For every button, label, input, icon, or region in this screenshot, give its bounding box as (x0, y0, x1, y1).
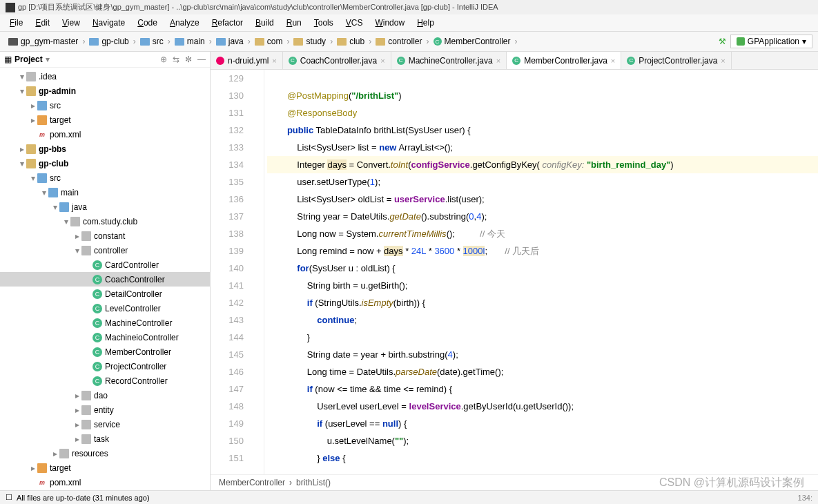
crumb-method[interactable]: brithList() (296, 478, 331, 487)
breadcrumb-item[interactable]: gp-club (86, 35, 131, 48)
menu-help[interactable]: Help (411, 16, 440, 30)
close-icon[interactable]: × (496, 57, 500, 65)
tree-node-src[interactable]: ▾src (0, 171, 210, 185)
breadcrumb-item[interactable]: study (291, 35, 329, 48)
collapse-icon[interactable]: ⇆ (173, 55, 179, 64)
close-icon[interactable]: × (721, 57, 725, 65)
chevron-right-icon: › (248, 37, 251, 46)
line-gutter: 1291301311321331341351361371381391401411… (211, 70, 252, 474)
tree-node-LevelController[interactable]: CLevelController (0, 301, 210, 316)
tree-node-target[interactable]: ▸target (0, 461, 210, 475)
menu-window[interactable]: Window (369, 16, 410, 30)
build-icon[interactable]: ⚒ (719, 37, 726, 46)
breadcrumb-item[interactable]: gp_gym-master (6, 35, 81, 48)
tree-node-MachineioController[interactable]: CMachineioController (0, 330, 210, 345)
tree-node-java[interactable]: ▾java (0, 200, 210, 214)
menu-code[interactable]: Code (132, 16, 163, 30)
tree-node-gp-bbs[interactable]: ▸gp-bbs (0, 142, 210, 156)
vcs-status-icon[interactable]: ☐ (6, 493, 12, 502)
tree-node-MemberController[interactable]: CMemberController (0, 345, 210, 359)
chevron-right-icon: › (515, 37, 518, 46)
tree-node-controller[interactable]: ▾controller (0, 243, 210, 258)
chevron-right-icon: › (82, 37, 85, 46)
breadcrumb-item[interactable]: controller (373, 35, 425, 48)
tree-node-RecordController[interactable]: CRecordController (0, 374, 210, 388)
status-bar: ☐ All files are up-to-date (31 minutes a… (0, 490, 818, 504)
chevron-down-icon: ▾ (802, 37, 806, 46)
tree-node-task[interactable]: ▸task (0, 432, 210, 446)
tab-MemberController[interactable]: CMemberController.java× (507, 52, 621, 69)
chevron-right-icon: › (427, 37, 429, 46)
tree-node-DetailController[interactable]: CDetailController (0, 287, 210, 301)
tree-node-main[interactable]: ▾main (0, 185, 210, 200)
crumb-class[interactable]: MemberController (219, 478, 285, 487)
breadcrumb-item[interactable]: src (137, 35, 166, 48)
tree-node-pom-xml[interactable]: mpom.xml (0, 127, 210, 142)
tree-node-pom-xml[interactable]: mpom.xml (0, 475, 210, 490)
chevron-right-icon: › (133, 37, 136, 46)
window-title: gp [D:\项目系统调试区\健身\gp_gym_master] - ..\gp… (18, 2, 498, 12)
menu-build[interactable]: Build (250, 16, 280, 30)
menu-edit[interactable]: Edit (30, 16, 55, 30)
menu-file[interactable]: File (4, 16, 28, 30)
breadcrumb-item[interactable]: java (213, 35, 246, 48)
tree-node-MachineController[interactable]: CMachineController (0, 316, 210, 330)
hide-icon[interactable]: — (197, 55, 206, 64)
breadcrumb-item[interactable]: main (172, 35, 208, 48)
run-config-selector[interactable]: GPApplication ▾ (730, 35, 812, 48)
tree-node-resources[interactable]: ▸resources (0, 446, 210, 461)
status-text: All files are up-to-date (31 minutes ago… (17, 494, 150, 502)
chevron-right-icon: › (168, 37, 171, 46)
tab-CoachController[interactable]: CCoachController.java× (283, 52, 391, 69)
menu-tools[interactable]: Tools (309, 16, 339, 30)
tree-node-CardController[interactable]: CCardController (0, 258, 210, 272)
breadcrumb-item[interactable]: club (334, 35, 367, 48)
tree-node--idea[interactable]: ▾.idea (0, 69, 210, 84)
menu-run[interactable]: Run (281, 16, 307, 30)
chevron-right-icon: › (330, 37, 333, 46)
menu-view[interactable]: View (57, 16, 86, 30)
close-icon[interactable]: × (611, 57, 615, 65)
editor-breadcrumb[interactable]: MemberController › brithList() (211, 474, 818, 490)
menu-vcs[interactable]: VCS (340, 16, 369, 30)
chevron-right-icon: › (286, 37, 289, 46)
tree-node-ProjectController[interactable]: CProjectController (0, 359, 210, 374)
tree-node-com-study-club[interactable]: ▾com.study.club (0, 214, 210, 229)
breadcrumb-item[interactable]: com (252, 35, 286, 48)
sidebar-title: Project (14, 55, 43, 64)
target-icon[interactable]: ⊕ (160, 55, 167, 64)
tree-node-entity[interactable]: ▸entity (0, 403, 210, 417)
gear-icon[interactable]: ✼ (185, 55, 192, 64)
title-bar: gp [D:\项目系统调试区\健身\gp_gym_master] - ..\gp… (0, 0, 818, 14)
chevron-down-icon[interactable]: ▾ (46, 55, 50, 64)
nav-bar: gp_gym-master›gp-club›src›main›java›com›… (0, 32, 818, 52)
menu-navigate[interactable]: Navigate (87, 16, 130, 30)
project-tool-icon[interactable]: ▦ (4, 55, 12, 64)
close-icon[interactable]: × (380, 57, 384, 65)
code-editor[interactable]: 1291301311321331341351361371381391401411… (211, 70, 818, 474)
tree-node-src[interactable]: ▸src (0, 98, 210, 113)
tree-node-gp-admin[interactable]: ▾gp-admin (0, 84, 210, 98)
tree-node-dao[interactable]: ▸dao (0, 388, 210, 403)
tab-n-druid[interactable]: n-druid.yml× (211, 52, 283, 69)
menu-analyze[interactable]: Analyze (164, 16, 205, 30)
project-tree[interactable]: ▾.idea▾gp-admin▸src▸targetmpom.xml▸gp-bb… (0, 68, 210, 490)
tree-node-gp-club[interactable]: ▾gp-club (0, 156, 210, 171)
menu-refactor[interactable]: Refactor (206, 16, 249, 30)
caret-position: 134: (798, 494, 812, 502)
project-sidebar: ▦ Project ▾ ⊕ ⇆ ✼ — ▾.idea▾gp-admin▸src▸… (0, 52, 211, 490)
fold-column[interactable] (252, 70, 264, 474)
tree-node-constant[interactable]: ▸constant (0, 229, 210, 243)
close-icon[interactable]: × (272, 57, 276, 65)
editor-tabs: n-druid.yml×CCoachController.java×CMachi… (211, 52, 818, 70)
tree-node-CoachController[interactable]: CCoachController (0, 272, 210, 287)
spring-icon (737, 37, 745, 46)
tab-MachineController[interactable]: CMachineController.java× (391, 52, 507, 69)
code-content[interactable]: @PostMapping("/brithList") @ResponseBody… (264, 70, 818, 474)
app-icon (6, 3, 15, 12)
menu-bar: FileEditViewNavigateCodeAnalyzeRefactorB… (0, 14, 818, 32)
tab-ProjectController[interactable]: CProjectController.java× (621, 52, 732, 69)
breadcrumb-item[interactable]: CMemberController (431, 35, 514, 48)
tree-node-target[interactable]: ▸target (0, 113, 210, 127)
tree-node-service[interactable]: ▸service (0, 417, 210, 432)
